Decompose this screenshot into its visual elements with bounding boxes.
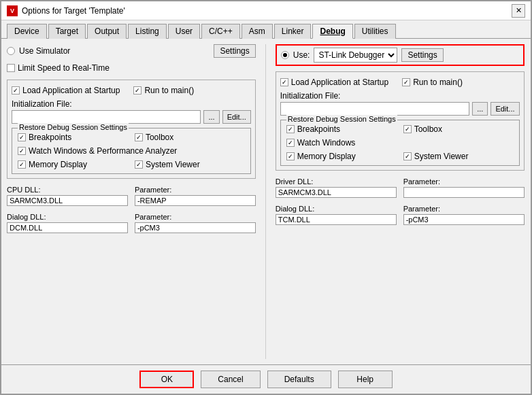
left-restore-grid: Breakpoints Toolbox Watch Windows & Perf… bbox=[18, 131, 245, 171]
limit-speed-checkbox[interactable] bbox=[7, 64, 15, 72]
right-driver-dll-input[interactable] bbox=[276, 187, 397, 198]
left-edit-button[interactable]: Edit... bbox=[222, 110, 251, 124]
tab-debug[interactable]: Debug bbox=[312, 24, 352, 39]
simulator-row: Use Simulator bbox=[7, 45, 70, 57]
left-cpu-dll-col: CPU DLL: bbox=[7, 186, 128, 206]
right-dialog-dll-col: Dialog DLL: bbox=[276, 205, 397, 225]
tab-target[interactable]: Target bbox=[48, 24, 86, 39]
left-run-to-main-row: Run to main() bbox=[133, 86, 194, 95]
tab-listing[interactable]: Listing bbox=[128, 24, 167, 39]
left-cpu-param-input[interactable] bbox=[135, 195, 256, 206]
right-dialog-dll-row: Dialog DLL: Parameter: bbox=[276, 205, 525, 225]
help-button[interactable]: Help bbox=[338, 371, 393, 388]
left-load-app-checkbox[interactable] bbox=[12, 86, 20, 95]
left-dialog-dll-input[interactable] bbox=[7, 222, 128, 233]
left-cpu-dll-input[interactable] bbox=[7, 195, 128, 206]
left-system-viewer-label: System Viewer bbox=[146, 160, 200, 169]
right-edit-button[interactable]: Edit... bbox=[491, 102, 519, 116]
window-title: Options for Target 'Template' bbox=[22, 6, 125, 16]
left-watch-windows-label: Watch Windows & Performance Analyzer bbox=[29, 146, 177, 156]
right-memory-display-label: Memory Display bbox=[297, 152, 356, 161]
right-system-viewer-row: System Viewer bbox=[403, 152, 514, 161]
right-dialog-dll-input[interactable] bbox=[276, 214, 397, 225]
left-init-file-row: Initialization File: ... Edit... bbox=[12, 99, 251, 124]
left-toolbox-checkbox[interactable] bbox=[135, 133, 143, 141]
right-driver-param-input[interactable] bbox=[403, 187, 525, 198]
left-dialog-param-input[interactable] bbox=[135, 222, 256, 233]
right-watch-windows-row: Watch Windows bbox=[286, 138, 514, 148]
right-browse-button[interactable]: ... bbox=[472, 102, 488, 116]
tabs-bar: Device Target Output Listing User C/C++ … bbox=[1, 20, 531, 39]
right-driver-dll-label: Driver DLL: bbox=[276, 177, 397, 186]
right-dialog-param-input[interactable] bbox=[403, 214, 525, 225]
right-toolbox-row: Toolbox bbox=[403, 124, 514, 134]
left-memory-display-label: Memory Display bbox=[29, 160, 87, 169]
right-dialog-dll-label: Dialog DLL: bbox=[276, 205, 397, 213]
left-system-viewer-row: System Viewer bbox=[135, 160, 245, 169]
left-system-viewer-checkbox[interactable] bbox=[135, 160, 143, 169]
panel-divider bbox=[265, 44, 266, 359]
defaults-button[interactable]: Defaults bbox=[267, 371, 331, 388]
right-driver-dll-row: Driver DLL: Parameter: bbox=[276, 177, 525, 198]
left-breakpoints-row: Breakpoints bbox=[18, 133, 128, 142]
right-memory-display-checkbox[interactable] bbox=[286, 152, 295, 160]
simulator-label: Use Simulator bbox=[19, 46, 70, 56]
simulator-radio[interactable] bbox=[7, 47, 15, 55]
right-run-to-main-row: Run to main() bbox=[402, 78, 463, 87]
left-panel: Use Simulator Settings Limit Speed to Re… bbox=[7, 44, 256, 359]
left-cpu-dll-label: CPU DLL: bbox=[7, 186, 128, 194]
left-memory-display-checkbox[interactable] bbox=[18, 160, 26, 169]
cancel-button[interactable]: Cancel bbox=[201, 371, 260, 388]
left-init-file-input[interactable] bbox=[12, 110, 201, 124]
left-cpu-param-col: Parameter: bbox=[135, 186, 256, 206]
right-load-app-checkbox[interactable] bbox=[280, 78, 288, 86]
use-debugger-radio[interactable] bbox=[281, 51, 289, 59]
right-restore-grid: Breakpoints Toolbox Watch Windows bbox=[286, 123, 514, 162]
tab-linker[interactable]: Linker bbox=[274, 24, 312, 39]
right-toolbox-checkbox[interactable] bbox=[403, 125, 412, 133]
right-memory-display-row: Memory Display bbox=[286, 152, 397, 161]
left-load-group: Load Application at Startup Run to main(… bbox=[7, 80, 256, 179]
right-settings-button[interactable]: Settings bbox=[401, 48, 443, 62]
right-panel: Use: ST-Link Debugger Settings Load Appl… bbox=[276, 44, 525, 359]
right-system-viewer-checkbox[interactable] bbox=[403, 152, 412, 160]
tab-user[interactable]: User bbox=[168, 24, 200, 39]
right-init-file-input-row: ... Edit... bbox=[280, 102, 520, 116]
left-load-app-label: Load Application at Startup bbox=[22, 86, 120, 95]
left-init-file-label: Initialization File: bbox=[12, 99, 251, 109]
left-dialog-dll-row: Dialog DLL: Parameter: bbox=[7, 213, 256, 233]
right-restore-title: Restore Debug Session Settings bbox=[286, 115, 397, 123]
right-driver-param-label: Parameter: bbox=[403, 177, 525, 186]
tab-asm[interactable]: Asm bbox=[242, 24, 273, 39]
title-bar: V Options for Target 'Template' ✕ bbox=[1, 1, 531, 20]
right-run-to-main-checkbox[interactable] bbox=[402, 78, 410, 86]
tab-output[interactable]: Output bbox=[87, 24, 127, 39]
limit-speed-label: Limit Speed to Real-Time bbox=[18, 63, 110, 73]
close-button[interactable]: ✕ bbox=[512, 4, 525, 18]
left-watch-windows-checkbox[interactable] bbox=[18, 147, 26, 155]
right-init-file-label: Initialization File: bbox=[280, 91, 520, 101]
right-breakpoints-checkbox[interactable] bbox=[286, 125, 295, 133]
left-restore-group: Restore Debug Session Settings Breakpoin… bbox=[12, 128, 251, 174]
left-breakpoints-checkbox[interactable] bbox=[18, 133, 26, 141]
left-browse-button[interactable]: ... bbox=[203, 110, 219, 124]
ok-button[interactable]: OK bbox=[139, 371, 194, 388]
debugger-select[interactable]: ST-Link Debugger bbox=[314, 48, 397, 63]
left-settings-button[interactable]: Settings bbox=[214, 44, 255, 58]
left-init-file-input-row: ... Edit... bbox=[12, 110, 251, 124]
right-toolbox-label: Toolbox bbox=[414, 124, 442, 134]
right-init-file-input[interactable] bbox=[280, 102, 469, 116]
right-watch-windows-label: Watch Windows bbox=[297, 138, 356, 148]
main-content: Use Simulator Settings Limit Speed to Re… bbox=[1, 39, 531, 364]
tab-cpp[interactable]: C/C++ bbox=[201, 24, 240, 39]
right-restore-group: Restore Debug Session Settings Breakpoin… bbox=[280, 120, 520, 166]
tab-device[interactable]: Device bbox=[7, 24, 47, 39]
left-dialog-param-col: Parameter: bbox=[135, 213, 256, 233]
right-dialog-param-col: Parameter: bbox=[403, 205, 525, 225]
right-watch-windows-checkbox[interactable] bbox=[286, 139, 295, 147]
left-run-to-main-checkbox[interactable] bbox=[133, 86, 142, 95]
left-cpu-param-label: Parameter: bbox=[135, 186, 256, 194]
tab-utilities[interactable]: Utilities bbox=[354, 24, 396, 39]
right-breakpoints-row: Breakpoints bbox=[286, 124, 397, 134]
right-load-app-label: Load Application at Startup bbox=[291, 78, 388, 87]
